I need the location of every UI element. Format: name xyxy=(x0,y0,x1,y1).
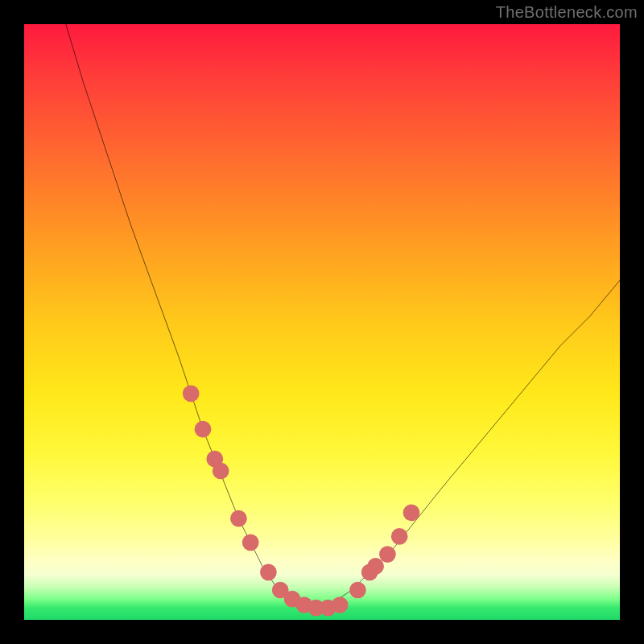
gpu-marker xyxy=(332,597,349,613)
chart-overlay xyxy=(24,24,620,620)
gpu-marker xyxy=(183,385,200,402)
bottleneck-curve xyxy=(66,24,620,608)
gpu-marker xyxy=(195,421,212,438)
watermark-text: TheBottleneck.com xyxy=(496,3,638,22)
outer-frame: TheBottleneck.com xyxy=(0,0,644,644)
gpu-marker xyxy=(379,546,396,563)
bottleneck-curve xyxy=(66,24,620,608)
gpu-marker xyxy=(403,504,420,521)
gpu-marker xyxy=(391,528,408,545)
gpu-marker xyxy=(260,564,277,580)
gpu-marker xyxy=(242,534,259,551)
gpu-marker xyxy=(349,582,366,599)
plot-area xyxy=(24,24,620,620)
gpu-marker xyxy=(213,463,229,480)
gpu-marker xyxy=(230,510,247,527)
gpu-marker xyxy=(367,558,384,575)
